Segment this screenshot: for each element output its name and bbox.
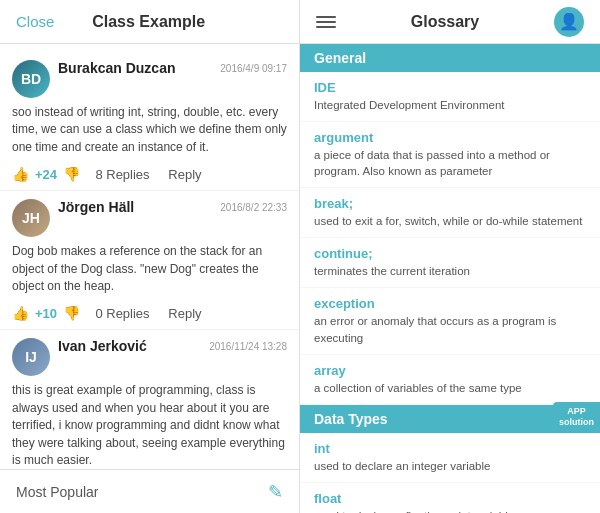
badge-line1: APP — [567, 406, 586, 416]
hamburger-line-3 — [316, 26, 336, 28]
comment-item: IJ Ivan Jerković 2016/11/24 13:28 this i… — [0, 330, 299, 469]
left-footer: Most Popular ✎ — [0, 469, 299, 513]
comment-text: this is great example of programming, cl… — [12, 382, 287, 469]
glossary-term: exception — [314, 296, 586, 311]
comment-date: 2016/11/24 13:28 — [209, 341, 287, 352]
hamburger-line-1 — [316, 16, 336, 18]
left-panel: Close Class Example BD Burakcan Duzcan 2… — [0, 0, 300, 513]
right-header: Glossary 👤 — [300, 0, 600, 44]
thumbs-down-button[interactable]: 👎 — [63, 305, 80, 321]
glossary-item[interactable]: continue; terminates the current iterati… — [300, 238, 600, 288]
badge-line2: solution — [559, 417, 594, 427]
glossary-item[interactable]: break; used to exit a for, switch, while… — [300, 188, 600, 238]
separator — [86, 306, 89, 320]
comment-name-row: Ivan Jerković 2016/11/24 13:28 — [58, 338, 287, 354]
glossary-definition: Integrated Development Environment — [314, 97, 586, 113]
reply-button[interactable]: Reply — [168, 306, 201, 321]
glossary-item[interactable]: array a collection of variables of the s… — [300, 355, 600, 405]
glossary-item[interactable]: exception an error or anomaly that occur… — [300, 288, 600, 354]
glossary-term: array — [314, 363, 586, 378]
glossary-definition: a piece of data that is passed into a me… — [314, 147, 586, 179]
glossary-definition: an error or anomaly that occurs as a pro… — [314, 313, 586, 345]
thumbs-down-icon: 👎 — [63, 166, 80, 182]
user-avatar-icon[interactable]: 👤 — [554, 7, 584, 37]
glossary-item[interactable]: int used to declare an integer variable — [300, 433, 600, 483]
comment-header: JH Jörgen Häll 2016/8/2 22:33 — [12, 199, 287, 237]
glossary-definition: used to declare a floating point variabl… — [314, 508, 586, 513]
left-panel-title: Class Example — [92, 13, 205, 31]
comment-text: Dog bob makes a reference on the stack f… — [12, 243, 287, 295]
comment-name-row: Jörgen Häll 2016/8/2 22:33 — [58, 199, 287, 215]
hamburger-menu-icon[interactable] — [316, 16, 336, 28]
right-panel: Glossary 👤 General IDE Integrated Develo… — [300, 0, 600, 513]
thumbs-up-icon: 👍 — [12, 305, 29, 321]
comments-list: BD Burakcan Duzcan 2016/4/9 09:17 soo in… — [0, 44, 299, 469]
glossary-definition: used to exit a for, switch, while or do-… — [314, 213, 586, 229]
thumbs-up-button[interactable]: 👍 — [12, 305, 29, 321]
vote-count: +10 — [35, 306, 57, 321]
glossary-item[interactable]: float used to declare a floating point v… — [300, 483, 600, 513]
comment-name-row: Burakcan Duzcan 2016/4/9 09:17 — [58, 60, 287, 76]
avatar: IJ — [12, 338, 50, 376]
glossary-term: IDE — [314, 80, 586, 95]
comment-meta: Jörgen Häll 2016/8/2 22:33 — [58, 199, 287, 215]
edit-icon[interactable]: ✎ — [268, 481, 283, 503]
hamburger-line-2 — [316, 21, 336, 23]
replies-button[interactable]: 8 Replies — [95, 167, 149, 182]
glossary-section-header-0: General — [300, 44, 600, 72]
glossary-item[interactable]: IDE Integrated Development Environment — [300, 72, 600, 122]
commenter-name: Ivan Jerković — [58, 338, 147, 354]
glossary-definition: used to declare an integer variable — [314, 458, 586, 474]
reply-button[interactable]: Reply — [168, 167, 201, 182]
thumbs-up-button[interactable]: 👍 — [12, 166, 29, 182]
comment-text: soo instead of writing int, string, doub… — [12, 104, 287, 156]
glossary-definition: a collection of variables of the same ty… — [314, 380, 586, 396]
separator-2 — [156, 306, 163, 320]
glossary-term: int — [314, 441, 586, 456]
separator — [86, 167, 89, 181]
comment-item: JH Jörgen Häll 2016/8/2 22:33 Dog bob ma… — [0, 191, 299, 330]
commenter-name: Jörgen Häll — [58, 199, 134, 215]
glossary-term: break; — [314, 196, 586, 211]
most-popular-tab[interactable]: Most Popular — [16, 484, 98, 500]
comment-meta: Ivan Jerković 2016/11/24 13:28 — [58, 338, 287, 354]
replies-button[interactable]: 0 Replies — [95, 306, 149, 321]
user-icon-glyph: 👤 — [559, 12, 579, 31]
comment-header: IJ Ivan Jerković 2016/11/24 13:28 — [12, 338, 287, 376]
thumbs-down-icon: 👎 — [63, 305, 80, 321]
glossary-term: float — [314, 491, 586, 506]
right-panel-wrapper: Glossary 👤 General IDE Integrated Develo… — [300, 0, 600, 513]
glossary-definition: terminates the current iteration — [314, 263, 586, 279]
close-button[interactable]: Close — [16, 13, 54, 30]
comment-item: BD Burakcan Duzcan 2016/4/9 09:17 soo in… — [0, 52, 299, 191]
thumbs-down-button[interactable]: 👎 — [63, 166, 80, 182]
app-solution-badge: APP solution — [553, 402, 600, 433]
glossary-list: General IDE Integrated Development Envir… — [300, 44, 600, 513]
avatar: JH — [12, 199, 50, 237]
glossary-term: argument — [314, 130, 586, 145]
comment-actions: 👍 +10 👎 0 Replies Reply — [12, 301, 287, 325]
thumbs-up-icon: 👍 — [12, 166, 29, 182]
vote-count: +24 — [35, 167, 57, 182]
comment-date: 2016/8/2 22:33 — [220, 202, 287, 213]
avatar: BD — [12, 60, 50, 98]
right-panel-title: Glossary — [411, 13, 479, 31]
comment-date: 2016/4/9 09:17 — [220, 63, 287, 74]
comment-meta: Burakcan Duzcan 2016/4/9 09:17 — [58, 60, 287, 76]
left-header: Close Class Example — [0, 0, 299, 44]
separator-2 — [156, 167, 163, 181]
glossary-item[interactable]: argument a piece of data that is passed … — [300, 122, 600, 188]
comment-actions: 👍 +24 👎 8 Replies Reply — [12, 162, 287, 186]
comment-header: BD Burakcan Duzcan 2016/4/9 09:17 — [12, 60, 287, 98]
commenter-name: Burakcan Duzcan — [58, 60, 175, 76]
glossary-term: continue; — [314, 246, 586, 261]
